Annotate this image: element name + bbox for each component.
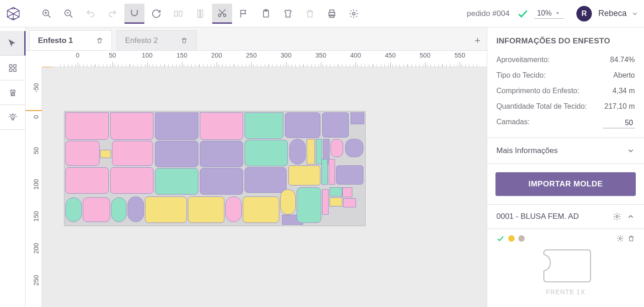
pattern-piece[interactable]: [245, 167, 287, 193]
user-menu-chevron-icon[interactable]: [631, 10, 639, 17]
pattern-piece[interactable]: [112, 141, 153, 166]
pattern-piece[interactable]: [330, 197, 342, 206]
fabric-area: [64, 111, 366, 226]
chevron-up-icon[interactable]: [627, 212, 635, 221]
pattern-piece[interactable]: [285, 112, 320, 138]
add-tab-button[interactable]: +: [474, 35, 480, 47]
pattern-piece[interactable]: [200, 168, 243, 195]
tab-enfesto-2[interactable]: Enfesto 2: [117, 30, 197, 50]
pattern-piece[interactable]: [245, 140, 288, 166]
color-dot-beige: [518, 235, 525, 242]
pattern-piece[interactable]: [288, 165, 320, 185]
pattern-piece[interactable]: [200, 141, 243, 167]
refresh-button[interactable]: [146, 4, 166, 24]
info-row-tipo: Tipo do Tecido: Aberto: [487, 68, 644, 83]
pattern-piece[interactable]: [322, 189, 329, 215]
snap-button[interactable]: [124, 4, 144, 24]
flip-v-button[interactable]: [190, 4, 210, 24]
zoom-out-button[interactable]: [59, 4, 79, 24]
pattern-piece[interactable]: [243, 196, 279, 223]
pattern-piece[interactable]: [65, 112, 109, 140]
pattern-piece[interactable]: [155, 141, 198, 167]
pattern-piece[interactable]: [297, 187, 321, 223]
import-mold-button[interactable]: IMPORTAR MOLDE: [495, 172, 636, 196]
tab-enfesto-1[interactable]: Enfesto 1: [29, 30, 112, 50]
svg-rect-19: [330, 10, 334, 12]
pattern-piece[interactable]: [330, 187, 342, 196]
gear-icon[interactable]: [613, 212, 621, 221]
info-row-comprimento: Comprimento do Enfesto: 4,34 m: [487, 83, 644, 99]
pattern-piece[interactable]: [280, 189, 296, 215]
tab-close-icon[interactable]: [181, 37, 188, 44]
gear-icon[interactable]: [617, 235, 624, 242]
clipboard-button[interactable]: [256, 4, 276, 24]
zoom-value: 10%: [537, 9, 552, 17]
pattern-piece[interactable]: [145, 196, 187, 223]
mold-header[interactable]: 0001 - BLUSA FEM. AD: [487, 204, 644, 228]
svg-rect-10: [198, 10, 200, 17]
shirt-button[interactable]: [278, 4, 298, 24]
zoom-dropdown[interactable]: 10%: [534, 8, 564, 19]
ruler-marker-v: [26, 110, 42, 111]
layout-tabs: Enfesto 1 Enfesto 2 +: [26, 27, 487, 50]
pattern-piece[interactable]: [307, 139, 315, 164]
piece-card: FRENTE 1X: [487, 228, 644, 301]
print-button[interactable]: [322, 4, 342, 24]
pattern-piece[interactable]: [155, 112, 198, 140]
pattern-piece[interactable]: [188, 196, 224, 223]
pattern-piece[interactable]: [110, 167, 154, 194]
tab-label: Enfesto 1: [38, 36, 73, 45]
pattern-piece[interactable]: [225, 196, 242, 222]
cut-button[interactable]: [212, 4, 232, 24]
pattern-piece[interactable]: [343, 198, 356, 207]
pattern-piece[interactable]: [83, 197, 110, 222]
svg-point-21: [352, 12, 355, 15]
chevron-down-icon: [554, 10, 561, 16]
pattern-piece[interactable]: [111, 197, 127, 222]
pattern-piece[interactable]: [321, 159, 328, 185]
flag-button[interactable]: [234, 4, 254, 24]
flip-h-button[interactable]: [168, 4, 188, 24]
pattern-piece[interactable]: [128, 196, 144, 222]
canvas-surface[interactable]: [42, 67, 487, 307]
zoom-in-button[interactable]: [37, 4, 57, 24]
pattern-piece[interactable]: [351, 112, 364, 124]
user-name: Rebeca: [598, 9, 627, 18]
trash-icon[interactable]: [628, 235, 635, 242]
layers-input[interactable]: [603, 118, 635, 128]
pattern-piece[interactable]: [100, 150, 111, 158]
lightbulb-tool[interactable]: $: [0, 105, 26, 130]
pattern-piece[interactable]: [322, 112, 349, 138]
pattern-piece[interactable]: [65, 167, 109, 194]
pattern-piece[interactable]: [245, 112, 283, 139]
tab-close-icon[interactable]: [96, 37, 103, 44]
pattern-piece[interactable]: [155, 168, 198, 195]
workspace[interactable]: 0 50 100 150 200 250 300 350 400 450 500…: [26, 50, 487, 307]
pattern-piece[interactable]: [342, 187, 352, 197]
settings-button[interactable]: [344, 4, 364, 24]
redo-button[interactable]: [102, 4, 122, 24]
pattern-piece[interactable]: [65, 141, 100, 166]
pattern-piece[interactable]: [289, 139, 306, 164]
pattern-piece[interactable]: [345, 139, 363, 157]
pointer-tool[interactable]: [0, 31, 26, 56]
undo-button[interactable]: [80, 4, 101, 24]
piece-preview: [496, 245, 635, 286]
puzzle-tool[interactable]: [0, 56, 26, 80]
svg-rect-11: [201, 10, 203, 17]
piece-label: FRENTE 1X: [496, 288, 635, 296]
lock-shirt-tool[interactable]: [0, 80, 26, 105]
vertical-ruler: -50 0 50 100 150 200 250: [26, 67, 42, 307]
svg-text:$: $: [12, 115, 14, 118]
left-toolbar: $: [0, 27, 26, 307]
pattern-piece[interactable]: [65, 197, 82, 222]
user-avatar[interactable]: R: [576, 6, 592, 21]
pattern-piece[interactable]: [200, 112, 243, 140]
trash-button[interactable]: [300, 4, 320, 24]
horizontal-ruler: 0 50 100 150 200 250 300 350 400 450 500…: [42, 51, 487, 67]
pattern-piece[interactable]: [336, 165, 363, 185]
more-info-accordion[interactable]: Mais Informações: [487, 138, 644, 164]
pattern-piece[interactable]: [329, 159, 335, 185]
pattern-piece[interactable]: [330, 139, 343, 157]
pattern-piece[interactable]: [110, 112, 154, 140]
